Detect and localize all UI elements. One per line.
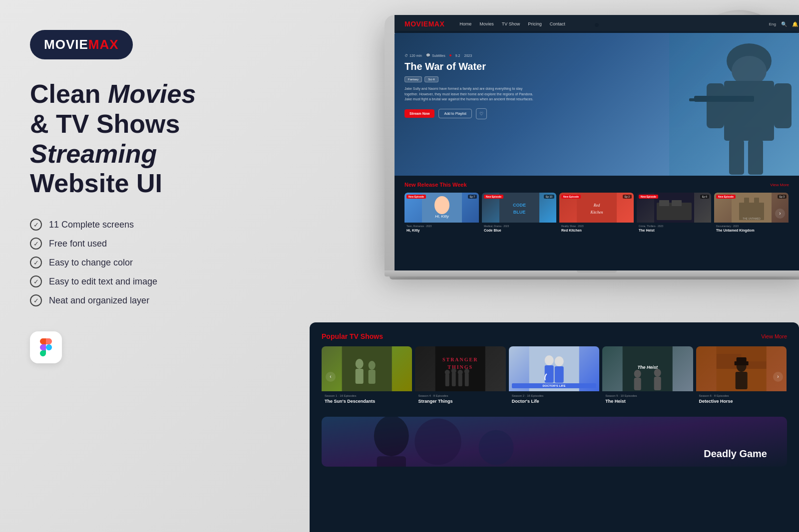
new-episode-badge: New Episode	[716, 195, 736, 199]
show-card-stranger-things[interactable]: STRANGER THINGS Season 4 · 8 Epi	[415, 346, 505, 407]
card-info: Teen, Romance · 2023 Hi, Kitty	[404, 223, 479, 234]
svg-text:STRANGER: STRANGER	[442, 357, 478, 362]
deadly-game-section: Deadly Game	[322, 417, 787, 467]
feature-text: Easy to change color	[49, 258, 133, 268]
svg-point-71	[479, 430, 514, 465]
popular-shows-cards: Season 1 · 16 Episodes The Sun's Descend…	[322, 346, 787, 407]
show-card-info: Season 5 · 10 Episodes The Heist	[602, 391, 693, 407]
laptop-foot	[390, 276, 799, 279]
show-card-info: Season 1 · 16 Episodes The Sun's Descend…	[322, 391, 412, 407]
feature-text: Free font used	[49, 239, 107, 249]
site-body: New Release This Week View More New Epis…	[395, 176, 799, 240]
next-arrow-shows-button[interactable]: ›	[773, 372, 783, 382]
figma-badge	[30, 331, 62, 363]
popular-label: Popular	[322, 332, 348, 340]
show-thumb-detective-horse	[696, 346, 787, 391]
svg-point-45	[464, 369, 469, 374]
new-release-accent: This Week	[439, 182, 466, 188]
svg-text:Kitchen: Kitchen	[590, 210, 603, 215]
card-info: Documentary · 2023 The Untamed Kingdom	[714, 223, 789, 234]
movie-card-red-kitchen[interactable]: New Episode Ep 2 Red Kitchen	[559, 193, 634, 234]
card-title: The Heist	[639, 229, 709, 232]
card-title: Red Kitchen	[561, 229, 632, 232]
show-card-info: Season 4 · 8 Episodes Stranger Things	[415, 391, 505, 407]
popular-view-more[interactable]: View More	[761, 333, 787, 339]
hero-title: The War of Water	[404, 60, 534, 72]
feature-item: ✓ Easy to change color	[30, 257, 240, 268]
show-thumb-doctors-life: DOCTOR'S LIFE	[509, 346, 599, 391]
show-card-doctors-life[interactable]: DOCTOR'S LIFE Season 2 · 16 Episodes Doc…	[509, 346, 599, 407]
svg-rect-27	[754, 198, 759, 208]
tv-shows-accent: TV Shows	[350, 332, 383, 340]
doctor-badge: DOCTOR'S LIFE	[512, 383, 596, 388]
svg-rect-40	[452, 372, 456, 386]
show-thumb-suns-descendants	[322, 346, 412, 391]
new-episode-badge: New Episode	[484, 195, 503, 199]
svg-point-43	[458, 370, 463, 375]
svg-point-54	[634, 370, 641, 378]
svg-point-49	[554, 356, 563, 366]
check-icon: ✓	[30, 294, 42, 306]
show-title: The Heist	[605, 399, 690, 404]
laptop-screen: MOVIEMAX Home Movies TV Show Pricing Con…	[395, 31, 799, 270]
wishlist-button[interactable]: ♡	[476, 108, 487, 119]
card-genre: Crime, Thrillers · 2023	[639, 225, 709, 228]
stream-now-button[interactable]: Stream Now	[404, 109, 434, 118]
new-release-view-more[interactable]: View More	[770, 183, 789, 187]
movie-card-hi-kitty[interactable]: New Episode Ep 7 Hi, Kitty	[404, 193, 479, 234]
show-card-heist[interactable]: The Heist Season 5 · 10 Episodes The Hei…	[602, 346, 693, 407]
movie-card-heist[interactable]: New Episode Ep 6	[637, 193, 711, 234]
card-thumb-untamed: New Episode Ep 3 THE UN	[714, 193, 789, 223]
svg-rect-44	[465, 373, 469, 386]
svg-text:Red: Red	[593, 203, 600, 208]
check-icon: ✓	[30, 238, 42, 250]
feature-text: Neat and organized layer	[49, 295, 149, 306]
hero-rating: 9.2	[455, 54, 460, 57]
svg-text:The Heist: The Heist	[638, 365, 659, 370]
svg-point-70	[414, 418, 461, 465]
show-season: Season 6 · 8 Episodes	[699, 394, 784, 397]
hero-tag-fantasy: Fantasy	[404, 76, 422, 82]
show-season: Season 2 · 16 Episodes	[512, 394, 596, 397]
svg-rect-17	[577, 193, 617, 223]
svg-rect-50	[554, 366, 563, 383]
add-to-playlist-button[interactable]: Add to Playlist	[438, 109, 471, 118]
popular-shows-wrapper: Season 1 · 16 Episodes The Sun's Descend…	[322, 346, 787, 407]
card-info: Medical, Drama · 2023 Code Blue	[482, 223, 556, 234]
svg-text:THE UNTAMED: THE UNTAMED	[743, 217, 761, 220]
logo-max: MAX	[88, 37, 119, 52]
episode-number: Ep 2	[623, 195, 632, 199]
check-icon: ✓	[30, 275, 42, 287]
show-title: Doctor's Life	[512, 399, 596, 404]
next-arrow-button[interactable]: ›	[775, 209, 785, 219]
bottom-panel: Popular TV Shows View More	[310, 322, 799, 532]
hero-time: ⏱ 120 min	[404, 54, 422, 57]
card-title: Hi, Kitty	[406, 229, 477, 232]
feature-text: 11 Complete screens	[49, 220, 134, 230]
show-title: Stranger Things	[418, 399, 502, 404]
svg-point-39	[445, 370, 450, 375]
hero-description: Jake Sully and Naomi have formed a famil…	[404, 86, 534, 102]
show-season: Season 5 · 10 Episodes	[605, 394, 690, 397]
left-panel: MOVIE MAX Clean Movies & TV Shows Stream…	[30, 30, 240, 363]
prev-arrow-button[interactable]: ‹	[326, 372, 336, 382]
laptop-outer: MOVIEMAX Home Movies TV Show Pricing Con…	[385, 15, 799, 270]
brand-logo: MOVIE MAX	[30, 30, 133, 59]
svg-rect-59	[716, 346, 766, 354]
show-title: Detective Horse	[699, 399, 784, 404]
feature-item: ✓ Easy to edit text and image	[30, 275, 240, 287]
new-release-header: New Release This Week View More	[404, 182, 789, 188]
svg-rect-30	[342, 346, 392, 391]
episode-number: Ep 3	[778, 195, 787, 199]
laptop-notch	[577, 270, 617, 273]
feature-item: ✓ Free font used	[30, 238, 240, 250]
movie-card-code-blue[interactable]: New Episode Ep 10 CODE BLUE	[482, 193, 556, 234]
headline: Clean Movies & TV Shows Streaming Websit…	[30, 79, 240, 199]
laptop-base	[385, 270, 799, 276]
episode-number: Ep 7	[468, 195, 477, 199]
new-episode-badge: New Episode	[561, 195, 581, 199]
svg-point-31	[356, 359, 364, 369]
card-genre: Medical, Drama · 2023	[484, 225, 554, 228]
features-list: ✓ 11 Complete screens ✓ Free font used ✓…	[30, 219, 240, 306]
hero-buttons: Stream Now Add to Playlist ♡	[404, 108, 534, 119]
